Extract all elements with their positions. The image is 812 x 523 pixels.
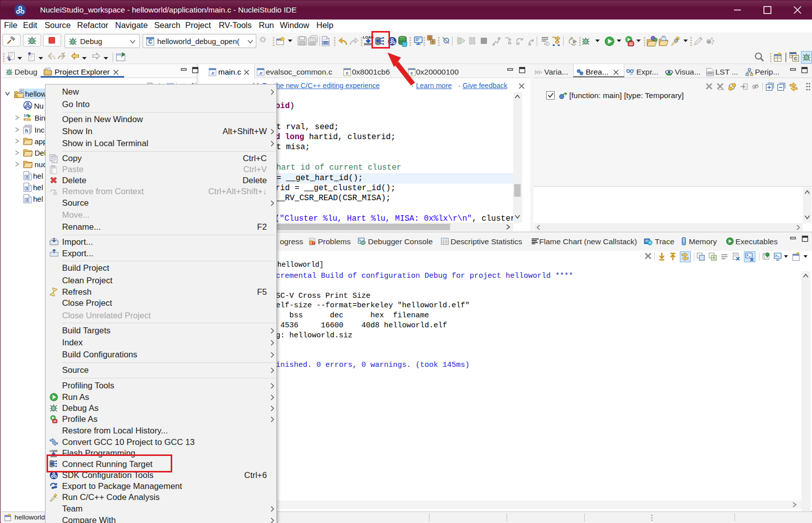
svg-text:LOAD: LOAD [50, 449, 58, 452]
svg-text:01: 01 [24, 117, 29, 122]
svg-text:c: c [346, 71, 348, 76]
svg-text:!: ! [16, 95, 17, 98]
svg-text:x=: x= [630, 73, 633, 76]
svg-text:010: 010 [322, 41, 329, 45]
svg-text:c: c [411, 71, 413, 76]
svg-text:.c: .c [211, 71, 215, 76]
svg-text:LOAD: LOAD [363, 35, 374, 40]
svg-text:C: C [794, 56, 797, 61]
svg-text:C: C [20, 89, 23, 94]
svg-text:C: C [148, 39, 152, 45]
svg-text:.c: .c [259, 71, 263, 76]
svg-text:(x)=: (x)= [535, 70, 543, 75]
svg-text:X: X [26, 187, 29, 190]
svg-text:h: h [25, 128, 28, 134]
svg-text:X: X [26, 198, 29, 202]
svg-text:X: X [26, 175, 29, 179]
